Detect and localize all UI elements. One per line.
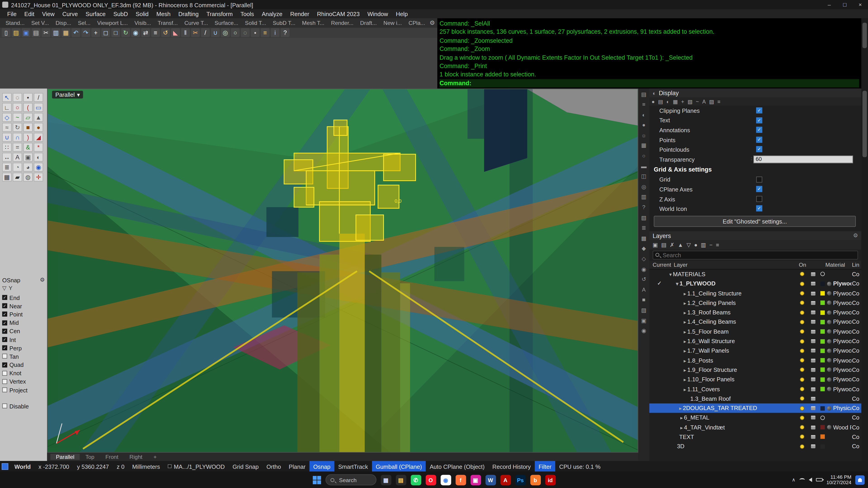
layer-linetype[interactable]: Co [852, 424, 860, 430]
menu-item[interactable]: Render [286, 11, 313, 17]
status-bar-item[interactable]: Ortho [262, 461, 285, 471]
osnap-checkbox[interactable] [2, 337, 7, 342]
layer-tools-icon[interactable]: ≡ [716, 242, 719, 248]
layer-linetype[interactable]: Co [852, 366, 860, 373]
group-icon[interactable]: ◎ [221, 28, 230, 37]
layer-material[interactable]: Plywoo [833, 319, 851, 325]
extrude-icon[interactable]: ▲ [34, 113, 43, 122]
display-mode-tab[interactable]: ● [652, 99, 655, 105]
osnap-option[interactable]: Project [2, 386, 47, 394]
select-arrow-icon[interactable]: ↖ [2, 93, 12, 102]
layer-row[interactable]: ▸1.5_Floor Beam Plywoo Co [649, 327, 862, 336]
layer-row[interactable]: ▾MATERIALS Co [649, 269, 862, 279]
layer-visibility-bulb-icon[interactable] [800, 444, 804, 449]
dimension-icon[interactable]: ↔ [2, 153, 12, 162]
toolbar-tab[interactable]: Set V... [28, 20, 52, 26]
ungroup-icon[interactable]: ○ [231, 28, 240, 37]
record-history-icon[interactable]: ◍ [23, 173, 33, 182]
osnap-checkbox[interactable] [2, 354, 7, 359]
layer-material[interactable]: Plywoo [833, 385, 851, 392]
toolbar-tab[interactable]: Curve T... [181, 20, 211, 26]
layer-visibility-bulb-icon[interactable] [800, 320, 804, 324]
osnap-checkbox[interactable] [2, 312, 7, 317]
cut-icon[interactable]: ✂ [41, 28, 51, 37]
chrome-icon[interactable]: ◉ [440, 475, 451, 485]
properties-icon[interactable]: i [271, 28, 279, 37]
toolbar-tab[interactable]: Mesh T... [299, 20, 328, 26]
delete-layer-icon[interactable]: ✗ [670, 242, 675, 248]
status-bar-item[interactable]: MA.../1_PLYWOOD [164, 461, 228, 471]
hide-objects-icon[interactable]: ◌ [241, 28, 250, 37]
layer-row[interactable]: ▸1.2_Ceiling Panels Plywoo Co [649, 298, 862, 307]
layer-linetype[interactable]: Co [852, 414, 860, 421]
status-bar-item[interactable]: x -2372.700 [35, 461, 73, 471]
layer-material[interactable]: Plywoo [833, 347, 851, 354]
smarttrack-icon[interactable]: ✛ [34, 173, 43, 182]
viewport-tab[interactable]: Front [100, 454, 124, 460]
osnap-option[interactable]: Knot [2, 369, 47, 377]
grid-option-checkbox[interactable] [756, 205, 762, 212]
menu-item[interactable]: Drafting [174, 11, 203, 17]
command-scrollbar[interactable] [862, 18, 868, 89]
status-bar-item[interactable]: Gumball (CPlane) [372, 461, 426, 471]
layer-linetype[interactable]: Co [852, 338, 860, 344]
layer-linetype[interactable]: Co [852, 270, 860, 277]
layer-row[interactable]: ▸6_METAL Co [649, 413, 862, 422]
layer-row[interactable]: ▸1.6_Wall Structure Plywoo Co [649, 336, 862, 346]
status-bar-item[interactable]: Millimeters [128, 461, 164, 471]
clock[interactable]: 11:46 PM 10/27/2024 [827, 474, 851, 485]
menu-item[interactable]: RhinoCAM 2023 [313, 11, 364, 17]
grid-option-checkbox[interactable] [756, 176, 762, 183]
viewport-tab[interactable]: + [148, 454, 162, 460]
print-icon[interactable]: ▤ [32, 28, 40, 37]
osnap-option[interactable]: Quad [2, 360, 47, 369]
layer-row[interactable]: ▸4_TAR_Vindtæt Wood F Co [649, 423, 862, 432]
collapse-all-icon[interactable]: − [709, 242, 712, 248]
whatsapp-icon[interactable]: ✆ [410, 475, 421, 485]
layer-row[interactable]: ▸1.9_Floor Structure Plywoo Co [649, 365, 862, 375]
display-option-checkbox[interactable] [756, 136, 762, 142]
planar-mode-icon[interactable]: ▰ [13, 173, 22, 182]
transparency-input[interactable] [753, 156, 853, 163]
viewport-tab[interactable]: Right [124, 454, 148, 460]
layer-visibility-bulb-icon[interactable] [800, 368, 804, 372]
status-bar-item[interactable]: Planar [285, 461, 310, 471]
pan-view-icon[interactable]: + [91, 28, 100, 37]
join-icon[interactable]: ∪ [211, 28, 220, 37]
advanced-settings-tab[interactable]: ≡ [717, 99, 721, 105]
offset-icon[interactable]: = [13, 143, 22, 152]
firefox-icon[interactable]: f [455, 475, 466, 485]
toolbar-tab[interactable]: Transf... [154, 20, 181, 26]
layer-linetype[interactable]: Co [852, 443, 860, 449]
layer-visibility-bulb-icon[interactable] [800, 339, 804, 344]
environment-panel-tab[interactable]: ▨ [640, 306, 648, 314]
layer-expand-arrow[interactable]: ▸ [684, 329, 686, 334]
curves-tab[interactable]: ~ [696, 99, 699, 105]
rendering-panel-tab[interactable]: ▦ [640, 142, 648, 150]
libraries-panel-tab[interactable]: ▧ [640, 214, 648, 221]
menu-item[interactable]: File [3, 11, 21, 17]
osnap-project-icon[interactable]: Y [8, 285, 12, 291]
layer-linetype[interactable]: Co [852, 319, 860, 325]
boolean-union-icon[interactable]: ∪ [2, 133, 12, 142]
rotate-icon[interactable]: ↺ [161, 28, 170, 37]
new-layer-icon[interactable]: ▣ [653, 242, 658, 248]
layers-settings-gear-icon[interactable]: ⚙ [853, 233, 858, 239]
display-panel-tab[interactable]: ◐ [640, 111, 648, 119]
layer-material[interactable]: Plywoo [833, 357, 851, 363]
osnap-option[interactable]: End [2, 293, 47, 302]
start-button[interactable] [312, 476, 321, 484]
layer-color-swatch[interactable] [820, 406, 825, 411]
toolbar-tab[interactable]: Surface... [211, 20, 242, 26]
osnap-panel-tab[interactable]: ◆ [640, 245, 648, 252]
layer-lock-icon[interactable] [811, 330, 815, 334]
layer-row[interactable]: TEXT Co [649, 432, 862, 442]
calculator-panel-tab[interactable]: ▩ [640, 234, 648, 242]
layer-linetype[interactable]: Co [852, 433, 860, 440]
grid-option-checkbox[interactable] [756, 196, 762, 202]
visibility-hide-icon[interactable]: ◔ [13, 163, 22, 171]
viewport-tab[interactable]: Top [80, 454, 100, 460]
properties-panel-tab[interactable]: ▤ [640, 90, 648, 98]
layer-linetype[interactable]: Co [852, 404, 860, 411]
layer-row[interactable]: ▸1.1_Ceiling Structure Plywoo Co [649, 289, 862, 298]
